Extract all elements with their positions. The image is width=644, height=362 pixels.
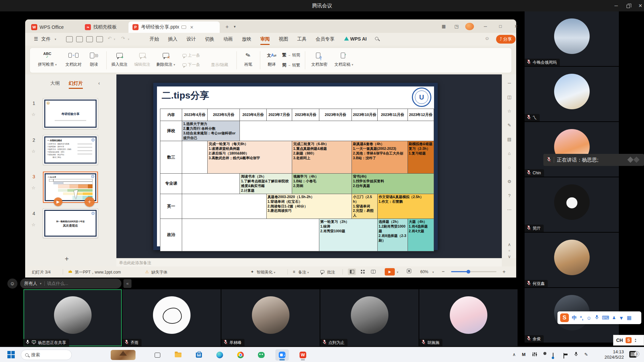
slideshow-play-button[interactable]: ▶ <box>385 268 395 276</box>
taskbar-app-microsoft-store[interactable] <box>192 349 206 361</box>
beautify-button[interactable]: 智能美化 ▾ <box>257 269 275 275</box>
print-icon[interactable] <box>86 36 93 42</box>
play-slide-button[interactable]: ▶ <box>54 197 62 206</box>
comment-button[interactable]: 批注 <box>327 269 335 275</box>
zoom-slider[interactable] <box>451 271 496 272</box>
voice-input-icon[interactable] <box>595 315 599 321</box>
menu-开始[interactable]: 开始 <box>148 36 160 43</box>
zoom-in-button[interactable]: ＋ <box>501 268 506 275</box>
menu-动画[interactable]: 动画 <box>222 36 234 43</box>
doc-finalize-button[interactable]: ✓ 文档定稿 ▾ <box>331 50 357 67</box>
insert-comment-button[interactable]: ＋ 插入批注 <box>110 50 129 67</box>
search-icon[interactable] <box>375 37 378 40</box>
slide-sorter-view-button[interactable] <box>359 268 367 275</box>
side-tool-icon[interactable]: ⚙ <box>502 179 517 184</box>
share-button[interactable]: ⤴ 分享 <box>496 35 516 44</box>
notes-bar[interactable]: 单击此处添加备注 <box>116 258 502 266</box>
volume-mixer-icon[interactable] <box>532 352 537 358</box>
video-tile-齐雨[interactable]: 齐雨 <box>122 289 221 346</box>
edit-comment-button[interactable]: ✎ 编辑批注 <box>132 50 152 67</box>
menu-插入[interactable]: 插入 <box>167 36 179 43</box>
menu-视图[interactable]: 视图 <box>277 36 289 43</box>
tab-outline[interactable]: 大纲 <box>50 80 60 86</box>
punctuation-icon[interactable]: °, <box>580 315 583 321</box>
menu-设计[interactable]: 设计 <box>185 36 197 43</box>
taskbar-app-chrome[interactable] <box>234 349 247 361</box>
emoji-button[interactable]: ☺ <box>7 279 17 289</box>
skin-icon[interactable]: ▼ <box>619 315 624 321</box>
sogou-tray-icon[interactable]: S <box>626 337 632 343</box>
normal-view-button[interactable] <box>348 268 356 275</box>
doc-encrypt-button[interactable]: 文档加密 <box>309 50 330 67</box>
canvas-scroll-icon[interactable]: ∧ <box>502 242 517 247</box>
taskbar-app-wps-office[interactable]: W <box>296 349 310 361</box>
start-button[interactable] <box>7 351 15 358</box>
side-tool-icon[interactable]: ✎ <box>502 123 517 128</box>
to-traditional-button[interactable]: 简→转繁 <box>282 62 300 68</box>
zoom-slider-knob[interactable] <box>467 270 470 274</box>
taskbar-app-task-view[interactable] <box>151 349 164 361</box>
menu-工具[interactable]: 工具 <box>296 36 308 43</box>
taskbar-clock[interactable]: 14:13 2024/5/22 <box>593 349 624 360</box>
export-icon[interactable] <box>76 36 83 42</box>
doc-compare-button[interactable]: ›‹ 文档比对 <box>63 50 84 67</box>
ime-mode-chinese[interactable]: 中 <box>572 315 577 321</box>
tab-slides[interactable]: 幻灯片 <box>69 80 83 89</box>
zoom-level[interactable]: 60% <box>420 269 428 274</box>
tab-close-icon[interactable]: ✕ <box>190 25 194 30</box>
missing-font-label[interactable]: 缺失字体 <box>151 269 167 275</box>
doc-tab-1[interactable]: WWPS Office <box>27 21 78 33</box>
workspace-icon[interactable]: ▦ <box>439 23 448 30</box>
reading-view-button[interactable] <box>369 268 377 275</box>
taskbar-search[interactable]: 搜索 <box>21 350 72 360</box>
add-slide-button[interactable]: ＋ <box>63 254 70 263</box>
tray-mic-icon[interactable] <box>574 352 578 358</box>
slide-thumbnail-3-selected[interactable]: 二.tips分享 U ▶ ＋ <box>43 172 98 203</box>
side-tool-icon[interactable]: ▤ <box>502 137 517 142</box>
canvas-scroll-icon[interactable]: ▫ <box>502 248 517 253</box>
pen-button[interactable]: ✎ 画笔 <box>240 50 257 67</box>
star-icon[interactable]: ☆ <box>32 185 36 190</box>
tray-media-icon[interactable]: M <box>522 352 526 357</box>
chat-collapse-button[interactable]: « <box>123 279 131 288</box>
emoji-ime-icon[interactable]: ☺ <box>586 315 591 321</box>
sogou-logo-icon[interactable]: S <box>560 313 569 322</box>
new-tab-button[interactable]: ＋ <box>224 23 230 31</box>
video-tile-点到为止[interactable]: 点到为止 <box>320 289 419 346</box>
side-tool-icon[interactable]: ? <box>502 193 517 198</box>
redo-icon[interactable]: ↷ <box>121 36 125 41</box>
template-credit[interactable]: 第一PPT，www.1ppt.com <box>75 269 121 275</box>
video-tile-单林峰[interactable]: 单林峰 <box>221 289 320 346</box>
file-menu[interactable]: 文件 <box>40 36 52 43</box>
taskbar-app-file-explorer[interactable] <box>171 349 185 361</box>
side-tool-icon[interactable]: ◫ <box>502 95 517 100</box>
slide-thumbnail-1[interactable]: ◉ 考研经验分享 <box>43 98 98 129</box>
video-tile-杨思思正在共享[interactable]: 杨思思正在共享 <box>23 289 122 346</box>
spell-check-button[interactable]: ABC✓ 拼写检查 ▾ <box>35 50 60 67</box>
side-tool-icon[interactable]: ⌂ <box>502 151 517 156</box>
video-tile-简亓[interactable]: 简亓 <box>525 177 619 232</box>
tab-list-chevron-icon[interactable]: ▾ <box>234 24 236 29</box>
chat-bar[interactable]: 所有人 ▾ 说点什么... <box>20 279 121 289</box>
menu-放映[interactable]: 放映 <box>240 36 253 43</box>
wps-close-button[interactable]: ✕ <box>512 23 521 30</box>
pen-icon[interactable]: ✎ <box>584 352 588 357</box>
chat-scope-selector[interactable]: 所有人 <box>24 281 37 287</box>
star-icon[interactable]: ☆ <box>32 222 36 227</box>
sidebar-collapse-icon[interactable]: ‹ <box>98 80 100 86</box>
delete-comment-button[interactable]: ✕ 删除批注 ▾ <box>155 50 177 67</box>
video-tile-胡施施[interactable]: 胡施施 <box>419 289 518 346</box>
language-indicator[interactable]: CH S ▲▼ <box>613 335 644 346</box>
prev-comment-button[interactable]: 上一条 <box>182 53 200 58</box>
cast-icon[interactable] <box>181 25 186 29</box>
canvas-scroll-icon[interactable]: ∨ <box>502 254 517 259</box>
star-icon[interactable]: ☆ <box>32 112 36 117</box>
new-slide-overlay-button[interactable]: ＋ <box>85 197 95 207</box>
read-aloud-button[interactable]: ))) 朗读 <box>86 50 102 67</box>
slide-thumbnail-2[interactable]: 一.自我情况概述 U 1.本科专业：国际经济与贸易 2.报考院校：温州大学 3.… <box>43 135 98 165</box>
video-tile-Chin[interactable]: Chin <box>525 122 619 177</box>
note-button[interactable]: 备注 ▾ <box>298 269 309 275</box>
side-tool-icon[interactable]: ◌ <box>502 165 517 170</box>
fullscreen-icon[interactable] <box>407 269 411 274</box>
ime-toolbar[interactable]: S 中 °, ☺ ⌨ ♟ ▼ ▦ <box>557 311 641 324</box>
